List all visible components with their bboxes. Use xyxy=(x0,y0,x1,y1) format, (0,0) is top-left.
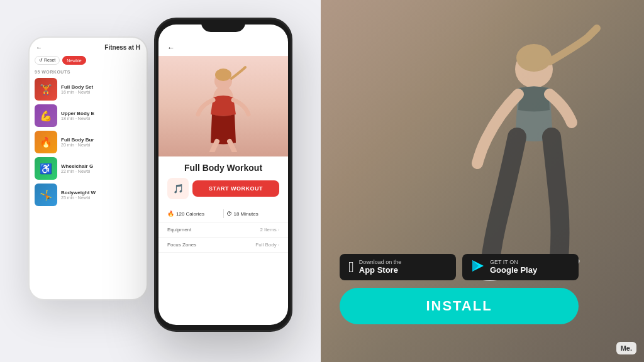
google-play-subtitle: GET IT ON xyxy=(490,259,537,266)
workout-meta-2: 18 min · Newbi xyxy=(61,116,142,121)
chevron-right-icon-2: › xyxy=(278,243,279,247)
app-store-title: App Store xyxy=(359,265,402,275)
workout-thumb-2: 💪 xyxy=(35,104,57,127)
focus-zones-row[interactable]: Focus Zones Full Body › xyxy=(158,238,288,253)
calories-stat: 🔥 120 Calories xyxy=(167,211,221,217)
newbie-filter-btn[interactable]: Newbie xyxy=(62,56,86,65)
back-phone-title: Fitness at H xyxy=(104,44,140,51)
apple-icon:  xyxy=(348,260,354,275)
svg-point-2 xyxy=(215,69,231,81)
phone-front-screen: ← xyxy=(158,25,288,325)
list-item[interactable]: 🔥 Full Body Bur 20 min · Newbi xyxy=(35,131,142,153)
focus-zones-label: Focus Zones xyxy=(167,242,196,248)
workout-meta-1: 16 min · Newbi xyxy=(61,90,142,94)
workout-meta-3: 20 min · Newbi xyxy=(61,143,142,147)
svg-point-4 xyxy=(516,44,552,72)
workout-thumb-1: 🏋️ xyxy=(35,78,57,101)
newbie-label: Newbie xyxy=(67,58,81,63)
equipment-label: Equipment xyxy=(167,227,191,233)
stats-row: 🔥 120 Calories ⏱ 18 Minutes xyxy=(158,206,288,222)
equipment-row[interactable]: Equipment 2 Items › xyxy=(158,222,288,238)
workout-meta-4: 22 min · Newbi xyxy=(61,169,142,173)
workout-name-5: Bodyweight W xyxy=(61,190,142,195)
stat-divider xyxy=(223,209,224,218)
front-screen-content: ← xyxy=(158,25,288,325)
workout-info-4: Wheelchair G 22 min · Newbi xyxy=(61,163,142,173)
chevron-right-icon: › xyxy=(278,228,279,232)
reset-filter-btn[interactable]: ↺ Reset xyxy=(35,56,60,65)
workout-name-1: Full Body Set xyxy=(61,84,142,90)
flame-icon: 🔥 xyxy=(167,211,174,217)
workout-info-2: Upper Body E 18 min · Newbi xyxy=(61,111,142,121)
app-store-subtitle: Download on the xyxy=(359,259,402,266)
list-item[interactable]: ♿ Wheelchair G 22 min · Newbi xyxy=(35,157,142,180)
filter-row: ↺ Reset Newbie xyxy=(35,56,142,65)
hero-figure-svg xyxy=(186,61,261,152)
me-badge: Me. xyxy=(616,342,636,354)
phone-back-screen: ← Fitness at H ↺ Reset Newbie 95 WORKOUT… xyxy=(30,38,147,299)
right-panel:  Download on the App Store GET IT ON Go… xyxy=(321,0,644,362)
workouts-count-label: 95 WORKOUTS xyxy=(35,70,142,74)
start-workout-button[interactable]: START WORKOUT xyxy=(192,180,279,197)
phone-notch xyxy=(201,19,245,32)
list-item[interactable]: 💪 Upper Body E 18 min · Newbi xyxy=(35,104,142,127)
workout-meta-5: 25 min · Newbi xyxy=(61,195,142,200)
right-cta-content:  Download on the App Store GET IT ON Go… xyxy=(340,254,631,324)
workout-name-4: Wheelchair G xyxy=(61,163,142,169)
cta-row: 🎵 START WORKOUT xyxy=(158,178,288,199)
app-store-text: Download on the App Store xyxy=(359,259,402,275)
left-panel: ← Fitness at H ↺ Reset Newbie 95 WORKOUT… xyxy=(0,0,321,362)
minutes-stat: ⏱ 18 Minutes xyxy=(226,211,280,217)
workout-info-1: Full Body Set 16 min · Newbi xyxy=(61,84,142,94)
phone-front: ← xyxy=(154,18,292,332)
workout-name-2: Upper Body E xyxy=(61,111,142,116)
workout-info-5: Bodyweight W 25 min · Newbi xyxy=(61,190,142,200)
hero-image xyxy=(158,56,288,156)
music-button[interactable]: 🎵 xyxy=(167,178,189,199)
google-play-title: Google Play xyxy=(490,265,537,275)
google-play-icon xyxy=(471,259,485,275)
back-phone-header: ← Fitness at H xyxy=(35,44,142,51)
workout-name-3: Full Body Bur xyxy=(61,137,142,143)
list-item[interactable]: 🤸 Bodyweight W 25 min · Newbi xyxy=(35,184,142,206)
phones-container: ← Fitness at H ↺ Reset Newbie 95 WORKOUT… xyxy=(28,18,292,344)
workout-thumb-5: 🤸 xyxy=(35,184,57,206)
clock-icon: ⏱ xyxy=(226,211,232,217)
focus-zones-value: Full Body › xyxy=(255,242,279,248)
calories-value: 120 Calories xyxy=(176,211,204,217)
front-screen-header: ← xyxy=(158,40,288,56)
google-play-text: GET IT ON Google Play xyxy=(490,259,537,275)
workout-thumb-4: ♿ xyxy=(35,157,57,180)
front-back-arrow-icon[interactable]: ← xyxy=(167,43,175,52)
store-buttons-container:  Download on the App Store GET IT ON Go… xyxy=(340,254,631,280)
minutes-value: 18 Minutes xyxy=(234,211,258,217)
install-button[interactable]: INSTALL xyxy=(340,288,579,324)
equipment-value: 2 Items › xyxy=(260,227,279,233)
app-store-button[interactable]:  Download on the App Store xyxy=(340,254,456,280)
reset-label: ↺ Reset xyxy=(39,58,55,63)
list-item[interactable]: 🏋️ Full Body Set 16 min · Newbi xyxy=(35,78,142,101)
workout-thumb-3: 🔥 xyxy=(35,131,57,153)
google-play-button[interactable]: GET IT ON Google Play xyxy=(462,254,579,280)
back-arrow-icon: ← xyxy=(36,44,42,51)
workout-info-3: Full Body Bur 20 min · Newbi xyxy=(61,137,142,147)
phone-back: ← Fitness at H ↺ Reset Newbie 95 WORKOUT… xyxy=(28,36,148,300)
front-workout-title: Full Body Workout xyxy=(158,156,288,178)
